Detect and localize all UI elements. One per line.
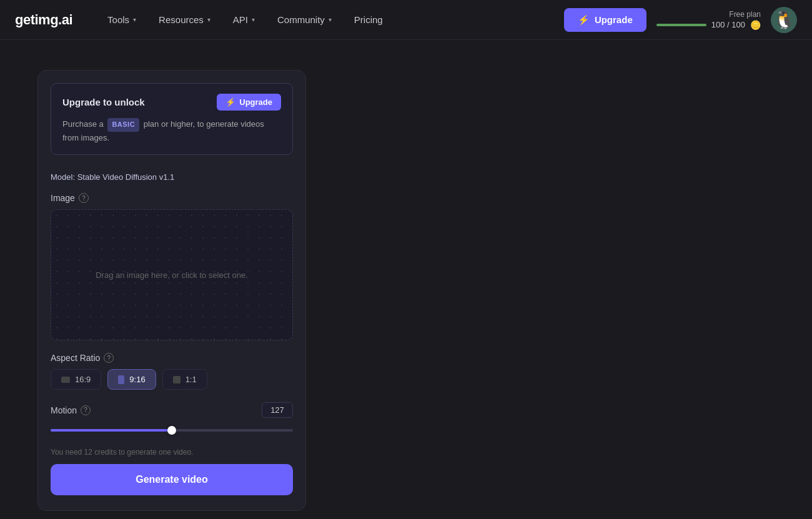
aspect-btn-16-9[interactable]: 16:9 — [51, 369, 101, 390]
dropzone-text: Drag an image here, or click to select o… — [96, 270, 248, 280]
avatar[interactable]: 🐧 — [771, 7, 797, 33]
aspect-ratio-section: Aspect Ratio ? 16:9 9:16 1:1 — [38, 347, 305, 396]
aspect-btn-1-1[interactable]: 1:1 — [162, 369, 207, 390]
model-label: Model: — [51, 172, 77, 182]
nav-tools[interactable]: Tools ▾ — [97, 9, 146, 30]
nav-community-label: Community — [277, 14, 325, 25]
upgrade-text-before: Purchase a — [62, 119, 104, 129]
motion-slider-track — [51, 429, 293, 432]
aspect-label-1-1: 1:1 — [186, 375, 197, 384]
nav-tools-label: Tools — [107, 14, 129, 25]
motion-slider-wrap[interactable] — [51, 424, 293, 437]
upgrade-box-lightning: ⚡ — [225, 97, 235, 107]
motion-label-text: Motion — [51, 405, 77, 415]
plan-label: Free plan — [729, 10, 761, 19]
motion-section: Motion ? 127 — [38, 396, 305, 443]
upgrade-box: Upgrade to unlock ⚡ Upgrade Purchase a B… — [51, 83, 293, 155]
aspect-indicator-9-16 — [118, 375, 124, 384]
aspect-label-16-9: 16:9 — [75, 375, 91, 384]
upgrade-box-text: Purchase a BASIC plan or higher, to gene… — [62, 118, 281, 144]
progress-bar-fill — [656, 24, 706, 26]
motion-header: Motion ? 127 — [51, 402, 293, 418]
nav-resources[interactable]: Resources ▾ — [149, 9, 220, 30]
aspect-indicator-1-1 — [173, 376, 181, 383]
nav-pricing[interactable]: Pricing — [344, 9, 393, 30]
panel: Upgrade to unlock ⚡ Upgrade Purchase a B… — [37, 70, 306, 511]
model-row: Model: Stable Video Diffusion v1.1 — [38, 165, 305, 187]
progress-bar-wrap — [656, 24, 706, 26]
upgrade-box-header: Upgrade to unlock ⚡ Upgrade — [62, 94, 281, 111]
plan-progress: 100 / 100 🪙 — [656, 20, 761, 30]
credits-note: You need 12 credits to generate one vide… — [38, 443, 305, 459]
navbar: getimg.ai Tools ▾ Resources ▾ API ▾ Comm… — [0, 0, 812, 40]
upgrade-box-title: Upgrade to unlock — [62, 97, 145, 107]
aspect-options: 16:9 9:16 1:1 — [51, 369, 293, 390]
nav-api[interactable]: API ▾ — [223, 9, 265, 30]
aspect-ratio-info-icon[interactable]: ? — [104, 353, 114, 363]
motion-slider-thumb[interactable] — [167, 426, 176, 435]
motion-label: Motion ? — [51, 405, 91, 415]
aspect-btn-9-16[interactable]: 9:16 — [107, 369, 156, 390]
nav-pricing-label: Pricing — [354, 14, 383, 25]
upgrade-box-btn-label: Upgrade — [239, 97, 272, 107]
site-logo: getimg.ai — [15, 12, 72, 28]
nav-resources-label: Resources — [159, 14, 204, 25]
upgrade-button[interactable]: ⚡ Upgrade — [564, 8, 646, 32]
nav-api-label: API — [233, 14, 248, 25]
nav-community[interactable]: Community ▾ — [267, 9, 342, 30]
nav-tools-chevron: ▾ — [133, 16, 136, 23]
image-section: Image ? Drag an image here, or click to … — [38, 187, 305, 347]
nav-resources-chevron: ▾ — [207, 16, 210, 23]
nav-community-chevron: ▾ — [329, 16, 332, 23]
aspect-label-9-16: 9:16 — [129, 375, 145, 384]
aspect-ratio-label-text: Aspect Ratio — [51, 353, 100, 363]
motion-slider-fill — [51, 429, 172, 432]
credits-max: 100 — [731, 20, 745, 29]
motion-info-icon[interactable]: ? — [81, 405, 91, 415]
image-label-text: Image — [51, 193, 75, 203]
nav-items: Tools ▾ Resources ▾ API ▾ Community ▾ Pr… — [97, 9, 564, 30]
credits-current: 100 — [711, 20, 725, 29]
nav-api-chevron: ▾ — [252, 16, 255, 23]
upgrade-box-button[interactable]: ⚡ Upgrade — [217, 94, 281, 111]
badge-basic: BASIC — [107, 118, 139, 132]
main-content: Upgrade to unlock ⚡ Upgrade Purchase a B… — [0, 40, 812, 519]
credits-icon: 🪙 — [750, 20, 761, 30]
plan-info: Free plan 100 / 100 🪙 — [656, 10, 761, 30]
aspect-indicator-16-9 — [61, 377, 70, 383]
plan-credits: 100 / 100 — [711, 20, 745, 29]
image-dropzone[interactable]: Drag an image here, or click to select o… — [51, 209, 293, 340]
aspect-ratio-label: Aspect Ratio ? — [51, 353, 293, 363]
model-name: Stable Video Diffusion v1.1 — [77, 172, 175, 182]
image-info-icon[interactable]: ? — [79, 193, 89, 203]
avatar-image: 🐧 — [773, 11, 795, 29]
credits-separator: / — [727, 20, 730, 29]
nav-right: ⚡ Upgrade Free plan 100 / 100 🪙 🐧 — [564, 7, 797, 33]
image-section-label: Image ? — [51, 193, 293, 203]
lightning-icon: ⚡ — [578, 14, 590, 26]
motion-value: 127 — [262, 402, 293, 418]
generate-video-button[interactable]: Generate video — [51, 464, 293, 495]
upgrade-button-label: Upgrade — [595, 14, 633, 25]
